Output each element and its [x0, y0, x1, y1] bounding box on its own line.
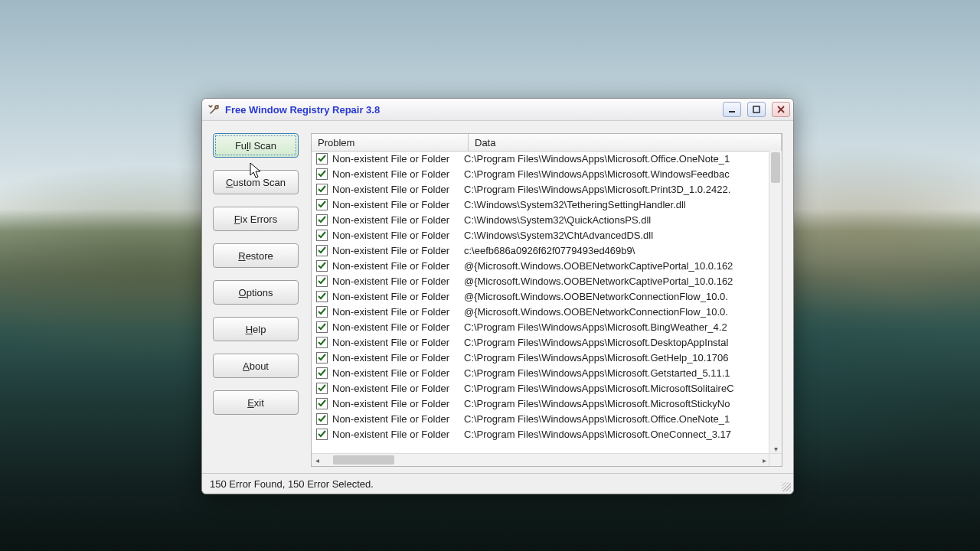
cell-problem: Non-existent File or Folder — [332, 168, 459, 180]
cell-problem: Non-existent File or Folder — [332, 413, 459, 425]
table-row[interactable]: Non-existent File or FolderC:\Program Fi… — [312, 350, 769, 365]
cell-problem: Non-existent File or Folder — [332, 367, 459, 379]
row-checkbox[interactable] — [316, 276, 328, 287]
row-checkbox[interactable] — [316, 230, 328, 241]
row-checkbox[interactable] — [316, 245, 328, 256]
titlebar[interactable]: Free Window Registry Repair 3.8 — [202, 99, 793, 121]
row-checkbox[interactable] — [316, 337, 328, 348]
row-checkbox[interactable] — [316, 260, 328, 272]
row-checkbox[interactable] — [316, 321, 328, 333]
horizontal-scrollbar[interactable]: ◂ ▸ — [312, 453, 769, 466]
close-button[interactable] — [772, 102, 790, 117]
horizontal-scroll-thumb[interactable] — [333, 455, 394, 465]
cell-data: C:\Program Files\WindowsApps\Microsoft.M… — [459, 398, 769, 409]
table-row[interactable]: Non-existent File or FolderC:\Program Fi… — [312, 396, 769, 411]
table-row[interactable]: Non-existent File or FolderC:\Program Fi… — [312, 334, 769, 350]
cell-data: C:\Program Files\WindowsApps\Microsoft.B… — [459, 321, 769, 333]
table-row[interactable]: Non-existent File or FolderC:\Program Fi… — [312, 411, 769, 426]
column-headers[interactable]: Problem Data — [312, 134, 782, 152]
cell-problem: Non-existent File or Folder — [332, 276, 459, 287]
cell-problem: Non-existent File or Folder — [332, 398, 459, 409]
row-checkbox[interactable] — [316, 413, 328, 425]
cell-problem: Non-existent File or Folder — [332, 321, 459, 333]
cell-problem: Non-existent File or Folder — [332, 260, 459, 272]
cell-data: C:\Program Files\WindowsApps\Microsoft.M… — [459, 383, 769, 394]
sidebar: Full ScanCustom ScanFix ErrorsRestoreOpt… — [213, 133, 299, 467]
cell-data: C:\Program Files\WindowsApps\Microsoft.O… — [459, 153, 769, 165]
table-row[interactable]: Non-existent File or FolderC:\Program Fi… — [312, 181, 769, 197]
row-checkbox[interactable] — [316, 352, 328, 364]
column-header-problem[interactable]: Problem — [312, 134, 469, 151]
table-row[interactable]: Non-existent File or FolderC:\Program Fi… — [312, 365, 769, 380]
status-bar: 150 Error Found, 150 Error Selected. — [202, 473, 793, 494]
row-checkbox[interactable] — [316, 184, 328, 195]
table-row[interactable]: Non-existent File or FolderC:\Windows\Sy… — [312, 227, 769, 243]
cell-data: C:\Program Files\WindowsApps\Microsoft.G… — [459, 352, 769, 364]
row-checkbox[interactable] — [316, 168, 328, 180]
resize-grip[interactable] — [782, 482, 791, 491]
about-button[interactable]: About — [213, 354, 299, 378]
scroll-right-arrow[interactable]: ▸ — [759, 456, 769, 465]
row-checkbox[interactable] — [316, 398, 328, 409]
cell-data: C:\Program Files\WindowsApps\Microsoft.G… — [459, 367, 769, 379]
maximize-button[interactable] — [747, 102, 766, 117]
cell-problem: Non-existent File or Folder — [332, 199, 459, 210]
full-scan-button[interactable]: Full Scan — [213, 133, 299, 158]
svg-point-0 — [215, 106, 218, 109]
vertical-scroll-thumb[interactable] — [771, 152, 780, 183]
column-header-data[interactable]: Data — [469, 134, 782, 151]
scroll-left-arrow[interactable]: ◂ — [312, 456, 322, 465]
fix-errors-button[interactable]: Fix Errors — [213, 207, 299, 231]
table-row[interactable]: Non-existent File or FolderC:\Windows\Sy… — [312, 212, 769, 227]
cell-data: C:\Windows\System32\QuickActionsPS.dll — [459, 214, 769, 226]
table-row[interactable]: Non-existent File or Folder@{Microsoft.W… — [312, 273, 769, 289]
table-row[interactable]: Non-existent File or Folder@{Microsoft.W… — [312, 258, 769, 273]
minimize-button[interactable] — [723, 102, 741, 117]
app-window: Free Window Registry Repair 3.8 Full Sca… — [201, 98, 794, 494]
vertical-scrollbar[interactable]: ▾ — [769, 151, 782, 454]
row-checkbox[interactable] — [316, 367, 328, 379]
table-row[interactable]: Non-existent File or FolderC:\Program Fi… — [312, 426, 769, 442]
row-checkbox[interactable] — [316, 153, 328, 165]
help-button[interactable]: Help — [213, 317, 299, 341]
row-checkbox[interactable] — [316, 199, 328, 210]
row-checkbox[interactable] — [316, 306, 328, 318]
app-icon — [208, 103, 220, 116]
table-row[interactable]: Non-existent File or FolderC:\Program Fi… — [312, 319, 769, 334]
cell-data: @{Microsoft.Windows.OOBENetworkConnectio… — [459, 306, 769, 318]
cell-data: C:\Program Files\WindowsApps\Microsoft.P… — [459, 184, 769, 195]
table-row[interactable]: Non-existent File or Folder@{Microsoft.W… — [312, 304, 769, 319]
cell-problem: Non-existent File or Folder — [332, 337, 459, 348]
cell-data: C:\Program Files\WindowsApps\Microsoft.O… — [459, 429, 769, 440]
table-row[interactable]: Non-existent File or FolderC:\Program Fi… — [312, 151, 769, 166]
cell-problem: Non-existent File or Folder — [332, 153, 459, 165]
cell-problem: Non-existent File or Folder — [332, 306, 459, 318]
row-checkbox[interactable] — [316, 429, 328, 440]
custom-scan-button[interactable]: Custom Scan — [213, 170, 299, 194]
rows-viewport[interactable]: Non-existent File or FolderC:\Program Fi… — [312, 151, 769, 454]
table-row[interactable]: Non-existent File or Folder@{Microsoft.W… — [312, 289, 769, 304]
exit-button[interactable]: Exit — [213, 390, 299, 415]
window-title: Free Window Registry Repair 3.8 — [225, 104, 380, 116]
cell-problem: Non-existent File or Folder — [332, 230, 459, 241]
cell-problem: Non-existent File or Folder — [332, 291, 459, 302]
row-checkbox[interactable] — [316, 291, 328, 302]
status-text: 150 Error Found, 150 Error Selected. — [210, 478, 374, 490]
scroll-down-arrow[interactable]: ▾ — [769, 443, 782, 454]
table-row[interactable]: Non-existent File or FolderC:\Program Fi… — [312, 380, 769, 396]
row-checkbox[interactable] — [316, 214, 328, 226]
cell-data: C:\Program Files\WindowsApps\Microsoft.D… — [459, 337, 769, 348]
cell-data: @{Microsoft.Windows.OOBENetworkConnectio… — [459, 291, 769, 302]
cell-problem: Non-existent File or Folder — [332, 184, 459, 195]
cell-data: @{Microsoft.Windows.OOBENetworkCaptivePo… — [459, 260, 769, 272]
cell-data: c:\eefb686a0926f62f0779493ed469b9\ — [459, 245, 769, 256]
options-button[interactable]: Options — [213, 280, 299, 305]
horizontal-scroll-track[interactable] — [322, 454, 759, 466]
restore-button[interactable]: Restore — [213, 243, 299, 268]
cell-problem: Non-existent File or Folder — [332, 429, 459, 440]
table-row[interactable]: Non-existent File or FolderC:\Windows\Sy… — [312, 197, 769, 212]
cell-problem: Non-existent File or Folder — [332, 383, 459, 394]
table-row[interactable]: Non-existent File or FolderC:\Program Fi… — [312, 166, 769, 181]
table-row[interactable]: Non-existent File or Folderc:\eefb686a09… — [312, 243, 769, 258]
row-checkbox[interactable] — [316, 383, 328, 394]
